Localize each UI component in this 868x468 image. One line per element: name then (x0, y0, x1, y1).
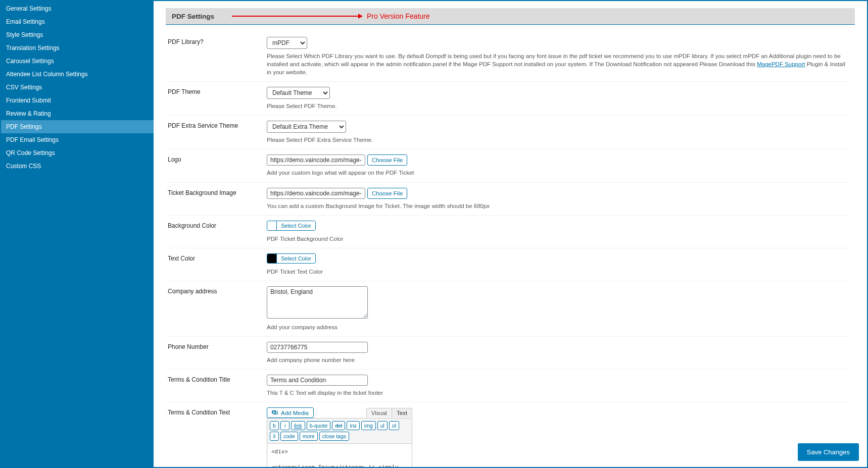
label-logo: Logo (168, 154, 267, 177)
editor-btn-bquote[interactable]: b-quote (307, 421, 331, 430)
sidebar-item-pdf-settings[interactable]: PDF Settings (1, 120, 154, 133)
help-pdf-theme: Please Select PDF Theme. (267, 102, 848, 110)
save-button[interactable]: Save Changes (798, 443, 859, 461)
page-header: PDF Settings Pro Version Feature (166, 8, 855, 25)
select-pdf-library[interactable]: mPDF (267, 37, 307, 49)
editor-btn-link[interactable]: link (291, 421, 305, 430)
editor-btn-close-tags[interactable]: close tags (319, 432, 349, 441)
label-company-address: Company address (168, 286, 267, 331)
help-bg-image: You can add a custom Background Image fo… (267, 202, 848, 210)
input-logo-url[interactable] (267, 154, 365, 166)
button-bg-color-select[interactable]: Select Color (277, 221, 315, 230)
label-pdf-theme: PDF Theme (168, 87, 267, 110)
editor-btn-more[interactable]: more (300, 432, 318, 441)
editor-tab-visual[interactable]: Visual (366, 408, 392, 418)
label-tc-title: Terms & Condition Title (168, 375, 267, 397)
sidebar-item-attendee-list-column-settings[interactable]: Attendee List Column Settings (1, 68, 154, 81)
sidebar: General Settings Email Settings Style Se… (1, 1, 154, 467)
sidebar-item-qr-code-settings[interactable]: QR Code Settings (1, 146, 154, 160)
editor-btn-code[interactable]: code (280, 432, 298, 441)
button-logo-choose-file[interactable]: Choose File (367, 154, 407, 166)
sidebar-item-email-settings[interactable]: Email Settings (1, 15, 154, 28)
sidebar-item-carousel-settings[interactable]: Carousel Settings (1, 55, 154, 68)
textarea-tc-text[interactable]: <div> <strong>Lorem Ipsum</strong> is si… (267, 444, 412, 467)
pro-version-arrow (232, 14, 363, 19)
help-bg-color: PDF Ticket Background Color (267, 235, 848, 243)
help-pdf-extra-theme: Please Select PDF Extra Service Theme. (267, 136, 848, 144)
label-bg-color: Background Color (168, 221, 267, 243)
button-text-color-select[interactable]: Select Color (277, 254, 315, 263)
label-pdf-extra-theme: PDF Extra Service Theme (168, 121, 267, 144)
editor-btn-li[interactable]: li (270, 432, 279, 441)
editor-tab-text[interactable]: Text (392, 408, 412, 418)
select-pdf-extra-theme[interactable]: Default Extra Theme (267, 121, 346, 133)
sidebar-item-pdf-email-settings[interactable]: PDF Email Settings (1, 133, 154, 146)
pro-version-label: Pro Version Feature (367, 12, 430, 20)
page-title: PDF Settings (172, 13, 214, 20)
help-text-color: PDF Ticket Text Color (267, 268, 848, 276)
select-pdf-theme[interactable]: Default Theme (267, 87, 330, 99)
button-add-media[interactable]: Add Media (267, 407, 314, 418)
editor-btn-ul[interactable]: ul (377, 421, 388, 430)
button-bg-image-choose-file[interactable]: Choose File (367, 188, 407, 199)
sidebar-item-translation-settings[interactable]: Translation Settings (1, 41, 154, 55)
input-tc-title[interactable] (267, 375, 368, 386)
editor-btn-ins[interactable]: ins (347, 421, 359, 430)
sidebar-item-frontend-submit[interactable]: Frontend Submit (1, 94, 154, 107)
sidebar-item-csv-settings[interactable]: CSV Settings (1, 81, 154, 94)
editor-btn-ol[interactable]: ol (389, 421, 399, 430)
help-phone-number: Add company phone number here (267, 356, 848, 364)
label-pdf-library: PDF Library? (168, 37, 267, 76)
editor-toolbar: b i link b-quote del ins img ul ol li co (267, 418, 412, 444)
main: PDF Settings Pro Version Feature PDF Lib… (154, 1, 867, 467)
add-media-icon (272, 409, 278, 416)
label-bg-image: Ticket Background Image (168, 188, 267, 210)
swatch-bg-color (267, 221, 277, 230)
input-phone-number[interactable] (267, 342, 368, 353)
label-phone-number: Phone Number (168, 342, 267, 364)
help-logo: Add your custom logo what will appear on… (267, 169, 848, 177)
link-magepdf-support[interactable]: MagePDF Support (757, 61, 805, 67)
sidebar-item-style-settings[interactable]: Style Settings (1, 28, 154, 41)
editor-btn-del[interactable]: del (332, 421, 345, 430)
editor-btn-bold[interactable]: b (270, 421, 279, 430)
sidebar-item-custom-css[interactable]: Custom CSS (1, 160, 154, 173)
textarea-company-address[interactable]: Bristol, England (267, 286, 368, 319)
help-company-address: Add your company address (267, 323, 848, 331)
sidebar-item-general-settings[interactable]: General Settings (1, 2, 154, 15)
label-text-color: Text Color (168, 253, 267, 276)
input-bg-image-url[interactable] (267, 188, 365, 199)
label-tc-text: Terms & Condition Text (168, 407, 267, 467)
editor-btn-img[interactable]: img (361, 421, 376, 430)
editor-btn-italic[interactable]: i (280, 421, 290, 430)
help-pdf-library: Please Select Which PDF Library you want… (267, 52, 848, 76)
swatch-text-color (267, 254, 277, 263)
sidebar-item-review-rating[interactable]: Review & Rating (1, 107, 154, 120)
help-tc-title: This T & C Text will display in the tick… (267, 389, 848, 397)
